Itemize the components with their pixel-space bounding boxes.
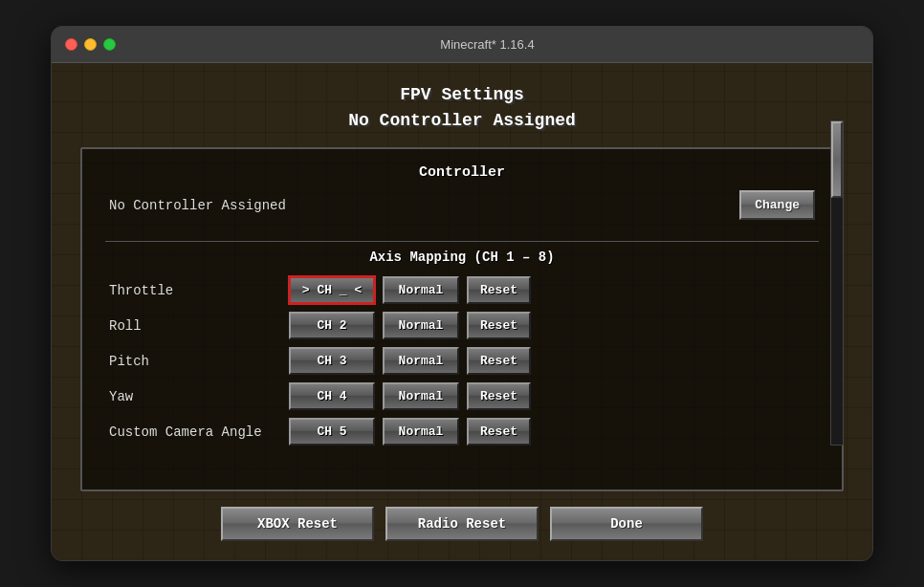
radio-reset-button[interactable]: Radio Reset — [385, 507, 539, 541]
bottom-bar: XBOX Reset Radio Reset Done — [221, 507, 703, 541]
axis-row-yaw: Yaw CH 4 Normal Reset — [105, 380, 819, 412]
axis-name-throttle: Throttle — [109, 283, 281, 298]
page-title: FPV Settings No Controller Assigned — [348, 82, 576, 134]
settings-panel: Controller No Controller Assigned Change… — [80, 147, 844, 491]
close-button[interactable] — [65, 38, 77, 51]
axis-name-pitch: Pitch — [109, 354, 281, 369]
divider — [105, 241, 819, 242]
axis-rows: Throttle > CH _ < Normal Reset Roll CH 2… — [105, 274, 819, 474]
change-button[interactable]: Change — [739, 190, 815, 220]
traffic-lights — [65, 38, 116, 51]
axis-row-throttle: Throttle > CH _ < Normal Reset — [105, 274, 819, 306]
done-button[interactable]: Done — [550, 507, 703, 541]
minimize-button[interactable] — [84, 38, 97, 51]
axis-reset-button-roll[interactable]: Reset — [467, 312, 531, 339]
axis-mapping-label: Axis Mapping (CH 1 – 8) — [105, 250, 819, 265]
axis-ch-button-pitch[interactable]: CH 3 — [289, 347, 375, 375]
axis-row-camera: Custom Camera Angle CH 5 Normal Reset — [105, 416, 819, 447]
axis-row-roll: Roll CH 2 Normal Reset — [105, 310, 819, 341]
main-window: Minecraft* 1.16.4 FPV Settings No Contro… — [51, 26, 873, 561]
axis-normal-button-camera[interactable]: Normal — [383, 418, 459, 446]
no-controller-text: No Controller Assigned — [109, 198, 286, 213]
axis-normal-button-pitch[interactable]: Normal — [383, 347, 459, 375]
scrollbar[interactable] — [830, 120, 844, 446]
axis-name-camera: Custom Camera Angle — [109, 424, 281, 440]
axis-normal-button-roll[interactable]: Normal — [383, 312, 459, 339]
title-line1: FPV Settings — [400, 85, 524, 104]
axis-reset-button-yaw[interactable]: Reset — [467, 382, 531, 410]
axis-row-pitch: Pitch CH 3 Normal Reset — [105, 345, 819, 377]
controller-row: No Controller Assigned Change — [105, 190, 819, 220]
controller-section-label: Controller — [105, 164, 819, 181]
axis-name-yaw: Yaw — [109, 389, 281, 404]
scrollbar-thumb[interactable] — [831, 121, 843, 198]
titlebar: Minecraft* 1.16.4 — [52, 27, 872, 63]
content-area: FPV Settings No Controller Assigned Cont… — [52, 63, 872, 560]
axis-reset-button-camera[interactable]: Reset — [467, 418, 531, 446]
axis-reset-button-throttle[interactable]: Reset — [467, 276, 531, 304]
axis-ch-button-roll[interactable]: CH 2 — [289, 312, 375, 339]
axis-normal-button-throttle[interactable]: Normal — [383, 276, 459, 304]
axis-name-roll: Roll — [109, 318, 281, 334]
axis-ch-button-throttle[interactable]: > CH _ < — [289, 276, 375, 304]
window-title: Minecraft* 1.16.4 — [116, 37, 859, 52]
xbox-reset-button[interactable]: XBOX Reset — [221, 507, 374, 541]
axis-reset-button-pitch[interactable]: Reset — [467, 347, 531, 375]
axis-normal-button-yaw[interactable]: Normal — [383, 382, 459, 410]
header-section: FPV Settings No Controller Assigned — [348, 82, 576, 134]
maximize-button[interactable] — [103, 38, 116, 51]
title-line2: No Controller Assigned — [348, 111, 576, 130]
axis-ch-button-yaw[interactable]: CH 4 — [289, 382, 375, 410]
axis-ch-button-camera[interactable]: CH 5 — [289, 418, 375, 446]
